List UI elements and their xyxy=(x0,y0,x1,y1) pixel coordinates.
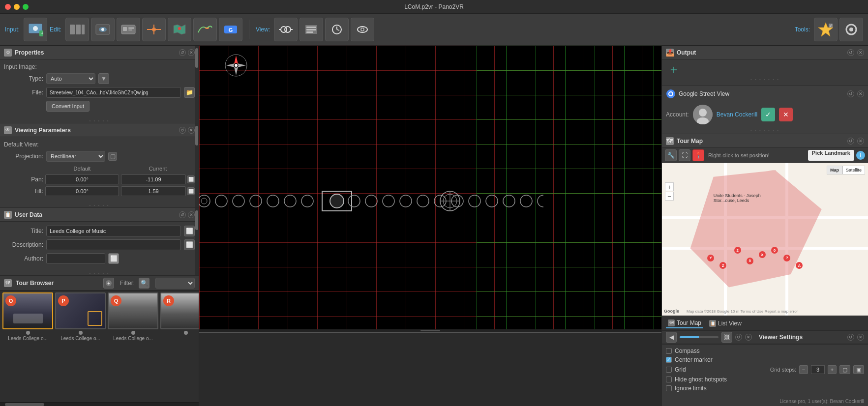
tab-list-view[interactable]: 📋 List View xyxy=(707,319,744,328)
viewer-settings-title: Viewer Settings xyxy=(759,334,803,341)
grid-steps-inc[interactable]: + xyxy=(828,365,837,374)
user-data-close-btn[interactable]: ✕ xyxy=(188,211,195,218)
map-zoom-in[interactable]: + xyxy=(665,182,674,191)
license-text: License pro, 1 user(s): Bevan Cockerill xyxy=(662,397,868,406)
map-zoom-out[interactable]: − xyxy=(665,192,674,201)
tilt-link-btn[interactable]: ⬜ xyxy=(187,187,195,195)
edit-properties-btn[interactable] xyxy=(65,18,89,41)
thumb-O[interactable]: O Leeds College o... xyxy=(2,292,54,341)
map-embed[interactable]: Unite Students - JosephStor...ouse, Leed… xyxy=(662,163,868,316)
gsv-close-btn[interactable]: ✕ xyxy=(857,90,864,97)
description-options-btn[interactable]: ⬜ xyxy=(184,239,195,250)
vs-slider[interactable] xyxy=(680,336,718,338)
map-marker-q: ? xyxy=(783,255,790,261)
map-pin-btn[interactable]: 📍 xyxy=(692,149,704,161)
viewing-params-close-btn[interactable]: ✕ xyxy=(188,127,195,134)
tools-settings-btn[interactable] xyxy=(839,18,863,41)
properties-scrollbar[interactable] xyxy=(195,46,199,123)
thumb-Q[interactable]: Q Leeds College o... xyxy=(107,292,159,341)
gsv-refresh-btn[interactable]: ↺ xyxy=(847,90,854,97)
viewing-params-scrollbar[interactable] xyxy=(195,123,199,207)
edit-hotspot-btn[interactable] xyxy=(142,18,166,41)
filter-type-btn[interactable]: 🔍 xyxy=(139,278,150,289)
title-input[interactable] xyxy=(46,226,181,236)
viewport[interactable] xyxy=(199,46,661,406)
user-data-refresh-btn[interactable]: ↺ xyxy=(179,211,186,218)
type-extra-btn[interactable]: ▼ xyxy=(98,73,109,84)
map-info-icon[interactable]: i xyxy=(856,151,865,160)
output-refresh-btn[interactable]: ↺ xyxy=(847,49,854,56)
input-image-label: Input Image: xyxy=(4,63,37,70)
grid-step-size2[interactable]: ▣ xyxy=(853,365,864,374)
properties-refresh-btn[interactable]: ↺ xyxy=(179,49,186,56)
projection-select[interactable]: Rectilinear xyxy=(46,151,105,162)
vs-refresh-btn[interactable]: ↺ xyxy=(735,334,742,341)
map-btn[interactable]: Map xyxy=(827,166,842,174)
map-fullscreen-btn[interactable]: ⛶ xyxy=(679,149,690,161)
vs-prev-btn[interactable]: ◀ xyxy=(666,332,677,343)
minimize-button[interactable] xyxy=(14,4,20,10)
close-button[interactable] xyxy=(5,4,11,10)
tilt-default-input[interactable] xyxy=(45,186,119,196)
author-row: Author: ⬜ xyxy=(4,253,195,264)
account-verify-btn[interactable]: ✓ xyxy=(761,108,775,121)
tools-star-btn[interactable]: ✓ xyxy=(814,18,838,41)
edit-bird-btn[interactable] xyxy=(193,18,217,41)
user-data-scrollbar[interactable] xyxy=(195,208,199,275)
compass-checkbox[interactable] xyxy=(666,348,672,354)
input-add-btn[interactable]: + xyxy=(24,18,47,41)
grid-steps-input[interactable] xyxy=(811,365,825,374)
vs-main-refresh-btn[interactable]: ↺ xyxy=(847,334,854,341)
map-wrench-btn[interactable]: 🔧 xyxy=(665,149,677,161)
file-input[interactable] xyxy=(46,87,181,98)
view-list-btn[interactable] xyxy=(299,18,323,41)
view-preview-btn[interactable] xyxy=(274,18,298,41)
view-clock-btn[interactable] xyxy=(325,18,349,41)
projection-extra-btn[interactable]: ▢ xyxy=(108,152,117,161)
tilt-current-input[interactable] xyxy=(121,186,186,196)
viewport-canvas[interactable] xyxy=(199,46,661,332)
properties-close-btn[interactable]: ✕ xyxy=(188,49,195,56)
center-marker-checkbox[interactable]: ✓ xyxy=(666,357,672,363)
edit-card-btn[interactable] xyxy=(117,18,140,41)
tour-map-refresh-btn[interactable]: ↺ xyxy=(847,138,854,145)
satellite-btn[interactable]: Satellite xyxy=(842,166,865,174)
vs-main-close-btn[interactable]: ✕ xyxy=(857,334,864,341)
edit-view-btn[interactable] xyxy=(91,18,115,41)
file-browse-btn[interactable]: 📁 xyxy=(184,87,195,98)
ignore-limits-checkbox[interactable] xyxy=(666,385,672,391)
tour-map-close-btn[interactable]: ✕ xyxy=(857,138,864,145)
pan-current-input[interactable] xyxy=(121,174,186,184)
thumb-R[interactable]: R xyxy=(160,292,199,336)
pan-link-btn[interactable]: ⬜ xyxy=(187,175,195,183)
description-input[interactable] xyxy=(46,239,181,250)
edit-map-btn[interactable] xyxy=(168,18,191,41)
hide-ghost-checkbox[interactable] xyxy=(666,377,672,382)
vs-close-btn[interactable]: ✕ xyxy=(745,334,752,341)
author-color-btn[interactable]: ⬜ xyxy=(108,253,119,264)
output-close-btn[interactable]: ✕ xyxy=(857,49,864,56)
pick-landmark-btn[interactable]: Pick Landmark xyxy=(808,150,854,161)
thumb-P[interactable]: P Leeds College o... xyxy=(55,292,106,341)
maximize-button[interactable] xyxy=(23,4,29,10)
author-input[interactable] xyxy=(46,253,105,264)
title-options-btn[interactable]: ⬜ xyxy=(184,226,195,236)
filter-select[interactable] xyxy=(155,278,195,289)
output-add-btn[interactable]: ＋ xyxy=(666,61,682,77)
bottom-scrollbar[interactable] xyxy=(0,402,199,406)
type-select[interactable]: Auto xyxy=(46,73,95,84)
pan-default-input[interactable] xyxy=(45,174,119,184)
view-eye-btn[interactable] xyxy=(351,18,374,41)
viewing-params-refresh-btn[interactable]: ↺ xyxy=(179,127,186,134)
grid-step-size1[interactable]: ▢ xyxy=(839,365,850,374)
edit-google-btn[interactable]: G xyxy=(219,18,242,41)
tab-tour-map[interactable]: 🗺 Tour Map xyxy=(666,319,703,328)
convert-input-button[interactable]: Convert Input xyxy=(46,101,90,112)
tour-browser-add-btn[interactable]: + xyxy=(103,278,114,289)
account-name[interactable]: Bevan Cockerill xyxy=(717,111,757,118)
grid-checkbox[interactable] xyxy=(666,367,672,373)
account-delete-btn[interactable]: ✕ xyxy=(779,108,793,121)
grid-steps-dec[interactable]: − xyxy=(799,365,808,374)
user-data-scrollbar-thumb xyxy=(195,210,198,230)
viewport-resize-handle[interactable] xyxy=(199,329,661,332)
